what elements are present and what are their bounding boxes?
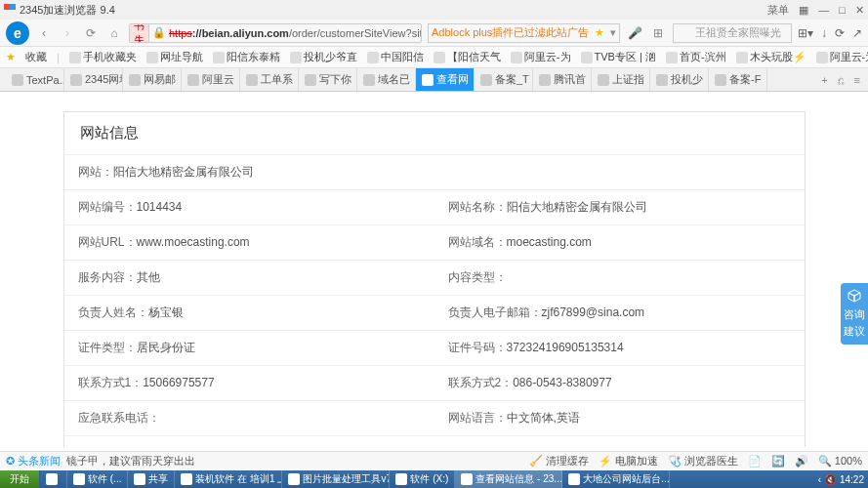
info-cell: 网站名称：阳信大地精密金属有限公司	[434, 190, 805, 225]
bookmark-item[interactable]: 阿里云-为	[816, 50, 868, 64]
news-icon[interactable]: ✪ 头条新闻	[6, 454, 61, 468]
card-title: 网站信息	[64, 112, 805, 154]
restore-tab-button[interactable]: ⎌	[838, 74, 845, 86]
search-box[interactable]: 王祖贤全家照曝光	[673, 23, 792, 43]
browser-logo: e	[6, 21, 29, 45]
tray-icons[interactable]: ‹ 🔇	[818, 474, 836, 485]
status-tool[interactable]: ⚡ 电脑加速	[599, 454, 658, 468]
info-cell: 证件号码：372324196905135314	[434, 331, 805, 366]
tab[interactable]: 2345网址	[64, 68, 123, 91]
zoom-level[interactable]: 🔍 100%	[818, 455, 862, 468]
taskbar-item[interactable]: 软件 (...	[67, 470, 128, 488]
more-icon[interactable]: ↗	[852, 26, 862, 40]
info-cell: 网站域名：moecasting.com	[434, 225, 805, 261]
taskbar-item[interactable]: 大地公司网站后台...	[562, 470, 670, 488]
new-tab-button[interactable]: +	[821, 74, 827, 86]
info-cell: 网站：阳信大地精密金属有限公司	[64, 155, 805, 190]
minimize-icon[interactable]: —	[818, 4, 829, 16]
info-cell: 联系方式1：15066975577	[64, 366, 434, 401]
tab[interactable]: 写下你	[299, 68, 357, 91]
url-text: https://beian.aliyun.com/order/customerS…	[169, 27, 422, 39]
tab[interactable]: 备案-F	[709, 68, 767, 91]
mic-icon[interactable]: 🎤	[626, 24, 643, 42]
app-title: 2345加速浏览器 9.4	[20, 3, 115, 18]
bookmark-item[interactable]: TVB专区 | 汹	[581, 50, 656, 64]
status-icon[interactable]: 🔊	[795, 455, 808, 468]
info-cell: 应急联系电话：	[64, 401, 434, 436]
lock-icon: 🔒	[149, 26, 169, 39]
taskbar-item[interactable]	[40, 470, 67, 488]
info-cell: 负责人姓名：杨宝银	[64, 296, 434, 331]
address-bar[interactable]: 证书失效 🔒 https://beian.aliyun.com/order/cu…	[129, 23, 422, 43]
taskbar-item[interactable]: 查看网站信息 - 23...	[455, 470, 562, 488]
adblock-text: Adblock plus插件已过滤此站广告	[429, 25, 592, 40]
chevron-down-icon[interactable]: ▾	[607, 26, 619, 39]
scan-icon[interactable]: ⊞	[649, 24, 667, 42]
tab[interactable]: 查看网×	[416, 68, 475, 91]
bookmark-item[interactable]: 手机收藏夹	[69, 50, 137, 64]
star-icon[interactable]: ★	[592, 26, 607, 39]
cert-badge: 证书失效	[130, 23, 149, 43]
favorites-icon[interactable]: ★	[6, 51, 16, 63]
close-icon[interactable]: ✕	[855, 4, 864, 17]
baidu-icon	[678, 26, 691, 40]
reload-button[interactable]: ⟳	[82, 24, 100, 42]
feedback-widget[interactable]: 咨询建议	[841, 283, 868, 345]
bookmark-item[interactable]: 首页-滨州	[666, 50, 726, 64]
status-tool[interactable]: 🧹 清理缓存	[529, 454, 589, 468]
tab[interactable]: 网易邮	[123, 68, 182, 91]
home-button[interactable]: ⌂	[105, 24, 123, 42]
taskbar-item[interactable]: 装机软件 在 培训1 上	[175, 470, 282, 488]
taskbar-item[interactable]: 图片批量处理工具v7.0 ...	[282, 470, 390, 488]
tab[interactable]: 上证指	[592, 68, 650, 91]
search-placeholder: 王祖贤全家照曝光	[695, 25, 781, 40]
menu-button[interactable]: 菜单	[767, 3, 789, 18]
grid-icon[interactable]: ⊞▾	[798, 26, 813, 40]
tab[interactable]: 腾讯首	[533, 68, 592, 91]
bookmark-item[interactable]: 阳信东泰精	[213, 50, 280, 64]
status-icon[interactable]: 📄	[748, 455, 762, 468]
maximize-icon[interactable]: □	[839, 4, 846, 16]
info-cell: 网站语言：中文简体,英语	[434, 401, 805, 436]
tab[interactable]: 域名已	[357, 68, 416, 91]
tab[interactable]: 投机少	[650, 68, 709, 91]
info-cell: 证件类型：居民身份证	[64, 331, 434, 366]
info-cell: 网站URL：www.moecasting.com	[64, 225, 434, 261]
info-cell: 服务内容：其他	[64, 261, 434, 296]
grid-menu-icon[interactable]: ▦	[799, 4, 808, 17]
info-cell: 内容类型：	[434, 261, 805, 296]
tab[interactable]: 阿里云	[182, 68, 240, 91]
status-tool[interactable]: 🩺 浏览器医生	[668, 454, 738, 468]
bookmark-item[interactable]: 木头玩股⚡	[736, 50, 806, 64]
taskbar-item[interactable]: 软件 (X:)	[390, 470, 455, 488]
back-button[interactable]: ‹	[35, 24, 53, 42]
feedback-text: 咨询建议	[844, 308, 865, 337]
tab[interactable]: TextPa..	[6, 68, 64, 91]
status-icon[interactable]: 🔄	[771, 455, 785, 468]
taskbar-item[interactable]: 共享	[128, 470, 175, 488]
info-cell: 负责人电子邮箱：zjf67899@sina.com	[434, 296, 805, 331]
adblock-badge[interactable]: Adblock plus插件已过滤此站广告 ★ ▾	[428, 23, 620, 43]
bookmark-item[interactable]: 【阳信天气	[434, 50, 501, 64]
clock[interactable]: 14:22	[840, 474, 864, 485]
start-button[interactable]: 开始	[0, 470, 40, 488]
info-cell: 备注信息：	[64, 436, 805, 448]
bookmark-item[interactable]: 中国阳信	[367, 50, 424, 64]
download-icon[interactable]: ↓	[821, 26, 827, 40]
info-cell: 网站编号：1014434	[64, 190, 434, 225]
bookmark-item[interactable]: 阿里云-为	[511, 50, 571, 64]
forward-button[interactable]: ›	[59, 24, 76, 42]
tab-list-button[interactable]: ≡	[854, 74, 860, 86]
tab[interactable]: 备案_T	[475, 68, 533, 91]
bookmark-item[interactable]: 投机少爷直	[290, 50, 357, 64]
news-ticker[interactable]: 镜子甲，建议雷雨天穿出出	[66, 454, 195, 468]
corner-logo	[4, 4, 16, 16]
favorites-label[interactable]: 收藏	[25, 50, 47, 64]
bookmark-item[interactable]: 网址导航	[146, 50, 203, 64]
tab[interactable]: 工单系	[240, 68, 299, 91]
cube-icon	[847, 289, 862, 303]
info-cell: 联系方式2：086-0543-8380977	[434, 366, 805, 401]
refresh-icon[interactable]: ⟳	[835, 26, 845, 40]
